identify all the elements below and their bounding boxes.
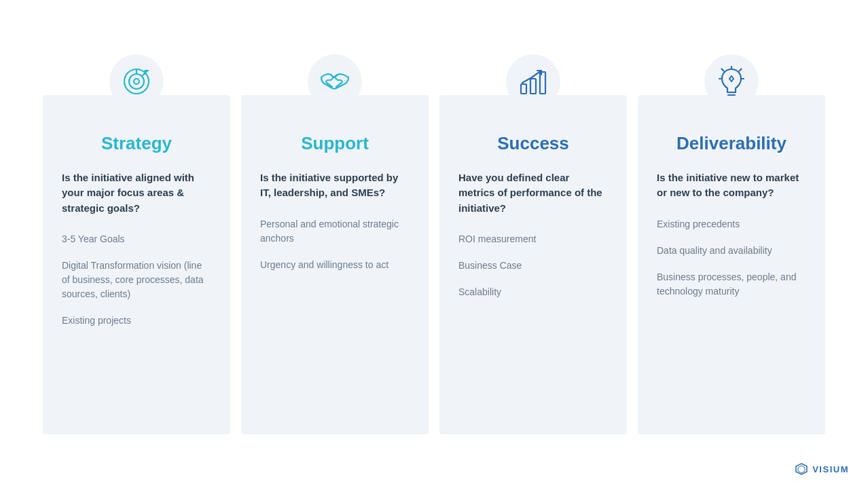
deliverability-icon-circle xyxy=(704,54,759,109)
deliverability-item-2: Business processes, people, and technolo… xyxy=(657,270,806,299)
svg-point-1 xyxy=(129,74,144,89)
svg-line-17 xyxy=(722,69,724,71)
svg-marker-23 xyxy=(798,466,805,473)
support-card: Support Is the initiative supported by I… xyxy=(241,95,429,434)
brand-name: VISIUM xyxy=(812,464,849,474)
success-title: Success xyxy=(458,133,608,154)
strategy-item-0: 3-5 Year Goals xyxy=(62,232,211,246)
strategy-icon-circle xyxy=(109,54,164,109)
cards-container: Strategy Is the initiative aligned with … xyxy=(0,54,868,434)
svg-line-21 xyxy=(731,79,734,81)
handshake-icon xyxy=(319,65,351,98)
strategy-item-2: Existing projects xyxy=(62,314,211,328)
deliverability-item-0: Existing precedents xyxy=(657,217,806,231)
strategy-title: Strategy xyxy=(62,133,211,154)
card-support-wrapper: Support Is the initiative supported by I… xyxy=(241,54,429,434)
strategy-question: Is the initiative aligned with your majo… xyxy=(62,170,211,217)
card-success-wrapper: Success Have you defined clear metrics o… xyxy=(439,54,627,434)
lightbulb-icon xyxy=(715,65,748,98)
support-question: Is the initiative supported by IT, leade… xyxy=(260,170,410,201)
target-icon xyxy=(120,65,153,98)
success-card: Success Have you defined clear metrics o… xyxy=(439,95,627,434)
svg-line-16 xyxy=(740,69,742,71)
success-item-0: ROI measurement xyxy=(458,232,608,246)
success-item-2: Scalability xyxy=(458,285,608,299)
deliverability-card: Deliverability Is the initiative new to … xyxy=(638,95,825,434)
strategy-card: Strategy Is the initiative aligned with … xyxy=(43,95,230,434)
svg-point-2 xyxy=(134,79,139,84)
success-item-1: Business Case xyxy=(458,259,608,273)
support-icon-circle xyxy=(308,54,362,109)
card-strategy-wrapper: Strategy Is the initiative aligned with … xyxy=(43,54,230,434)
support-item-0: Personal and emotional strategic anchors xyxy=(260,217,410,246)
brand-logo: VISIUM xyxy=(795,462,849,476)
visium-logo-icon xyxy=(795,462,808,476)
deliverability-item-1: Data quality and availability xyxy=(657,244,806,258)
svg-rect-8 xyxy=(521,84,526,94)
strategy-item-1: Digital Transformation vision (line of b… xyxy=(62,259,211,301)
card-deliverability-wrapper: Deliverability Is the initiative new to … xyxy=(638,54,825,434)
chart-icon xyxy=(517,65,549,98)
svg-rect-9 xyxy=(530,79,536,94)
svg-rect-10 xyxy=(540,72,545,94)
deliverability-question: Is the initiative new to market or new t… xyxy=(657,170,806,201)
page-wrapper: Strategy Is the initiative aligned with … xyxy=(0,0,868,488)
support-title: Support xyxy=(260,133,410,154)
success-question: Have you defined clear metrics of perfor… xyxy=(458,170,608,217)
success-icon-circle xyxy=(506,54,560,109)
support-item-1: Urgency and willingness to act xyxy=(260,258,410,272)
deliverability-title: Deliverability xyxy=(657,133,806,154)
